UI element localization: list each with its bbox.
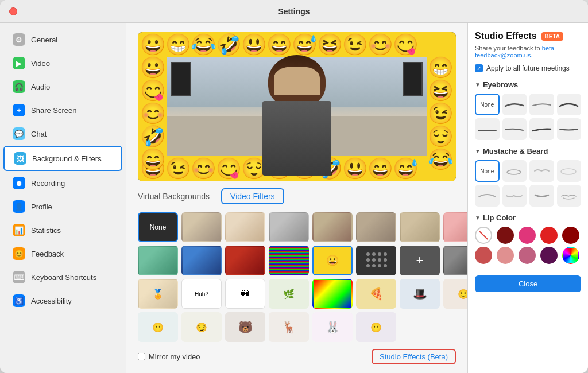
apply-checkbox[interactable]: ✓ [475,64,483,72]
filter-leaves[interactable]: 🌿 [269,279,309,309]
filter-bunny[interactable]: 🐰 [312,312,353,342]
lip-color-rainbow[interactable] [562,247,579,264]
filter-huh[interactable]: Huh? [181,279,222,309]
apply-row[interactable]: ✓ Apply to all future meetings [475,64,581,72]
mustache-3[interactable] [557,160,582,182]
svg-point-2 [378,252,381,256]
window-title: Settings [278,7,310,16]
svg-point-11 [384,264,387,267]
mustache-1[interactable] [502,160,527,182]
filter-glasses[interactable]: 🕶 [225,279,265,309]
sidebar-item-statistics[interactable]: 📊 Statistics [3,219,122,242]
feedback-link[interactable]: beta-feedback@zoom.us [475,45,556,59]
filter-warm[interactable] [356,212,396,242]
lip-color-4[interactable] [562,227,579,244]
lip-color-section-header[interactable]: ▼ Lip Color [475,213,581,222]
lip-color-5[interactable] [475,247,492,264]
eyebrows-chevron: ▼ [475,81,481,88]
filter-green[interactable] [138,246,178,275]
tab-video-filters[interactable]: Video Filters [221,188,284,204]
studio-effects-button[interactable]: Studio Effects (Beta) [372,349,456,364]
panel-header: Studio Effects BETA [475,31,581,41]
filter-beige[interactable] [225,212,265,242]
close-window-button[interactable] [9,7,17,15]
sidebar-item-audio[interactable]: 🎧 Audio [3,75,122,98]
svg-point-3 [384,252,387,256]
svg-point-8 [366,264,370,267]
lip-color-none[interactable] [475,227,492,244]
sidebar-item-profile[interactable]: 👤 Profile [3,195,122,218]
filter-pizza[interactable]: 🍕 [356,279,396,309]
eyebrow-5[interactable] [502,118,527,140]
filter-dots[interactable] [356,246,396,275]
tab-virtual-backgrounds[interactable]: Virtual Backgrounds [138,192,210,201]
eyebrow-3[interactable] [557,94,582,115]
svg-point-12 [507,170,521,174]
mirror-checkbox-input[interactable] [138,353,145,360]
filter-bear[interactable]: 🐻 [225,312,265,342]
mustache-none[interactable]: None [475,160,500,182]
sidebar-item-background-filters[interactable]: 🖼 Background & Filters [3,146,122,171]
svg-point-13 [561,169,576,174]
lip-color-6[interactable] [497,247,514,264]
lip-color-2[interactable] [519,227,536,244]
eyebrow-4[interactable] [475,118,500,140]
filter-oven[interactable] [443,246,467,275]
mirror-checkbox[interactable]: Mirror my video [138,352,200,361]
svg-point-9 [372,264,376,267]
svg-point-6 [378,258,381,262]
lip-color-8[interactable] [540,247,558,264]
eyebrow-1[interactable] [502,94,527,115]
sidebar-label-accessibility: Accessibility [31,297,72,305]
filter-room3[interactable] [400,212,440,242]
filter-room2[interactable] [312,212,353,242]
filter-face3[interactable]: 😏 [181,312,222,342]
sidebar-item-general[interactable]: ⚙ General [3,28,122,51]
sidebar-label-feedback: Feedback [31,250,64,258]
filter-add[interactable]: + [400,246,440,275]
eyebrow-7[interactable] [557,118,582,140]
chat-icon: 💬 [13,127,25,140]
filter-face4[interactable]: 😶 [356,312,396,342]
filter-room1[interactable] [181,212,222,242]
sidebar-item-chat[interactable]: 💬 Chat [3,122,122,145]
lip-color-7[interactable] [519,247,536,264]
filter-none[interactable]: None [138,212,178,242]
filter-rainbow[interactable] [312,279,353,309]
filter-face1[interactable]: 🙂 [443,279,467,309]
filter-reindeer[interactable]: 🦌 [269,312,309,342]
sidebar-item-keyboard-shortcuts[interactable]: ⌨ Keyboard Shortcuts [3,266,122,289]
eyebrow-6[interactable] [529,118,554,140]
mustache-section-header[interactable]: ▼ Mustache & Beard [475,147,581,156]
filter-red[interactable] [225,246,265,275]
sidebar-item-share-screen[interactable]: + Share Screen [3,99,122,122]
lip-color-1[interactable] [497,227,514,244]
close-button[interactable]: Close [475,275,581,292]
mustache-2[interactable] [529,160,554,182]
filter-medal[interactable]: 🏅 [138,279,178,309]
sidebar-item-feedback[interactable]: 😊 Feedback [3,242,122,265]
mustache-4[interactable] [475,185,500,207]
mustache-6[interactable] [529,185,554,207]
apply-label: Apply to all future meetings [486,64,570,72]
mustache-7[interactable] [557,185,582,207]
video-icon: ▶ [13,57,25,69]
sidebar-label-share-screen: Share Screen [31,106,77,115]
audio-icon: 🎧 [13,80,25,93]
lip-color-3[interactable] [540,227,558,244]
mustache-5[interactable] [502,185,527,207]
sidebar-item-recording[interactable]: ⏺ Recording [3,172,122,195]
filter-pink[interactable] [443,212,467,242]
eyebrow-none[interactable]: None [475,94,500,115]
eyebrow-2[interactable] [529,94,554,115]
filter-blue[interactable] [181,246,222,275]
sidebar-item-accessibility[interactable]: ♿ Accessibility [3,289,122,312]
filter-emoji[interactable]: 😀 [312,246,353,275]
filter-gray1[interactable] [269,212,309,242]
filter-hat[interactable]: 🎩 [400,279,440,309]
sidebar-item-video[interactable]: ▶ Video [3,52,122,75]
filter-face2[interactable]: 😐 [138,312,178,342]
filter-tv[interactable] [269,246,309,275]
background-filters-icon: 🖼 [14,152,26,165]
eyebrows-section-header[interactable]: ▼ Eyebrows [475,80,581,89]
